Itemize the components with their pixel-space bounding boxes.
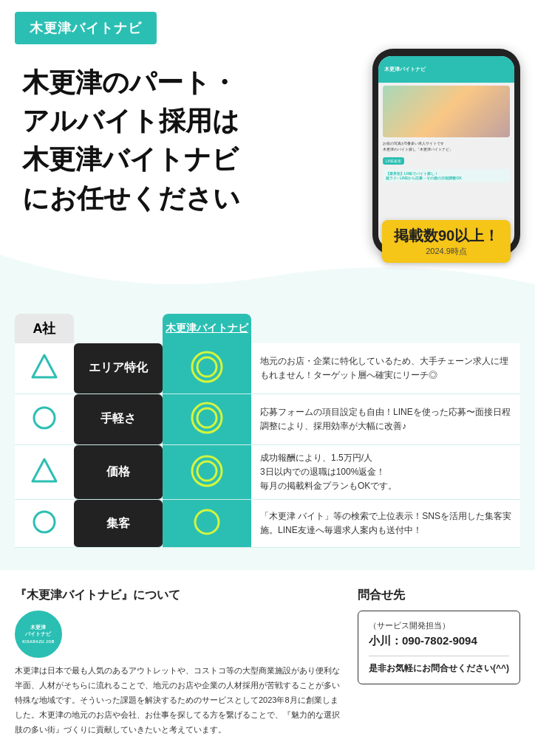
badge-sub-text: 2024.9時点 [394,246,499,257]
hero-text: 木更津のパート・ アルバイト採用は 木更津バイトナビ にお任せください [22,63,333,218]
logo-text: 木更津バイトナビKISARAZU JOB [22,624,55,645]
col-a-symbol [15,500,74,548]
table-row: 手軽さ 応募フォームの項目設定も自由！LINEを使った応募〜面接日程調整により、… [15,394,520,445]
about-body-text: 木更津は日本で最も人気のあるアウトレットや、コストコ等の大型商業施設があり便利な… [15,664,343,737]
col-header-desc-empty [251,314,520,343]
comparison-section: A社 木更津バイトナビ エリア特化 地元のお店・企業に特化しているため、大手チェ… [0,299,535,571]
table-row: 価格 成功報酬により、1.5万円/人3日以内での退職は100%返金！毎月の掲載料… [15,445,520,501]
col-a-symbol [15,343,74,394]
col-header-navi: 木更津バイトナビ [163,314,251,343]
about-section: 『木更津バイトナビ』について 木更津バイトナビKISARAZU JOB 木更津は… [0,570,535,752]
hero-section: 木更津のパート・ アルバイト採用は 木更津バイトナビ にお任せください 木更津バ… [0,56,535,240]
col-desc-text: 成功報酬により、1.5万円/人3日以内での退職は100%返金！毎月の掲載料金プラ… [251,445,520,501]
svg-point-10 [195,510,219,534]
col-desc-text: 応募フォームの項目設定も自由！LINEを使った応募〜面接日程調整により、採用効率… [251,394,520,445]
contact-divider [369,656,509,656]
about-title: 『木更津バイトナビ』について [15,588,343,603]
contact-cta: 是非お気軽にお問合せください(^^) [369,662,509,675]
contact-title: 問合せ先 [358,588,520,603]
logo-circle: 木更津バイトナビKISARAZU JOB [15,611,62,658]
site-title: 木更津バイトナビ [30,21,142,35]
col-header-a: A社 [15,314,74,343]
svg-point-3 [34,408,55,428]
contact-person-label: （サービス開発担当） [369,620,509,631]
header-badge: 木更津バイトナビ [15,12,157,44]
svg-marker-0 [33,355,56,377]
svg-point-5 [197,408,217,427]
phone-line-badge: LINE集客 [383,157,404,165]
row-label: 手軽さ [74,394,163,445]
col-navi-symbol [163,343,251,394]
col-navi-symbol [163,500,251,548]
phone-site-name: 木更津バイトナビ [384,66,426,73]
about-logo-row: 木更津バイトナビKISARAZU JOB [15,611,343,658]
col-header-spacer [74,314,163,343]
svg-point-2 [197,357,217,377]
row-label: 価格 [74,445,163,501]
about-right: 問合せ先 （サービス開発担当） 小川：090-7802-9094 是非お気軽にお… [358,588,520,737]
svg-marker-6 [33,459,56,481]
svg-point-8 [197,461,217,481]
comparison-table: A社 木更津バイトナビ エリア特化 地元のお店・企業に特化しているため、大手チェ… [15,314,520,549]
phone-mockup: 木更津バイトナビ お役の写真が5番多い求人サイトです 木更津のバイト探し「木更津… [372,49,520,255]
col-desc-text: 「木更津 バイト」等の検索で上位表示！SNSを活用した集客実施。LINE友達へ毎… [251,500,520,548]
listing-count-badge: 掲載数90以上！ 2024.9時点 [382,220,511,263]
phone-feature2: 超ラク♪ LINEから応募→その後の日程調整OK [386,176,462,180]
row-label: エリア特化 [74,343,163,394]
row-label: 集客 [74,500,163,548]
badge-main-text: 掲載数90以上！ [394,226,499,246]
comparison-body: エリア特化 地元のお店・企業に特化しているため、大手チェーン求人に埋もれません！… [15,343,520,549]
phone-hero-image [383,86,510,137]
col-navi-symbol [163,394,251,445]
contact-phone: 小川：090-7802-9094 [369,634,509,648]
table-row: 集客「木更津 バイト」等の検索で上位表示！SNSを活用した集客実施。LINE友達… [15,500,520,548]
col-navi-symbol [163,445,251,501]
col-a-symbol [15,394,74,445]
contact-box: （サービス開発担当） 小川：090-7802-9094 是非お気軽にお問合せくだ… [358,611,520,684]
table-row: エリア特化 地元のお店・企業に特化しているため、大手チェーン求人に埋もれません！… [15,343,520,394]
svg-point-9 [34,512,55,532]
col-desc-text: 地元のお店・企業に特化しているため、大手チェーン求人に埋もれません！ターゲット層… [251,343,520,394]
about-left: 『木更津バイトナビ』について 木更津バイトナビKISARAZU JOB 木更津は… [15,588,343,737]
col-a-symbol [15,445,74,501]
